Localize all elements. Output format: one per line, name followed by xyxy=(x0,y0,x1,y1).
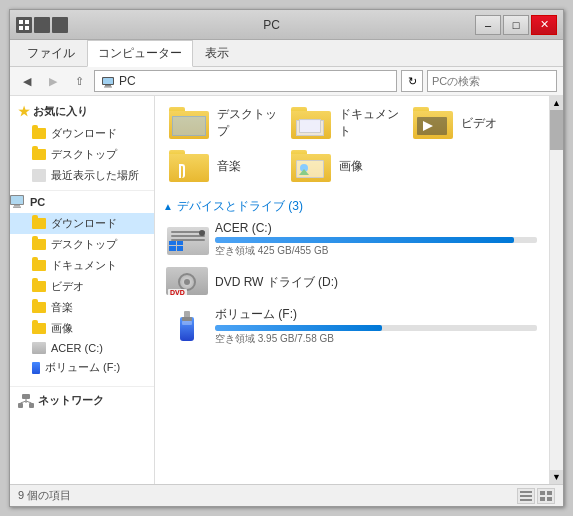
svg-line-18 xyxy=(21,401,27,403)
title-bar: PC – □ ✕ xyxy=(10,10,563,40)
folder-label: ドキュメント xyxy=(339,106,399,140)
sidebar-network-header[interactable]: ネットワーク xyxy=(10,386,154,412)
maximize-button[interactable]: □ xyxy=(503,15,529,35)
volume-space-label: 空き領域 3.95 GB/7.58 GB xyxy=(215,332,537,346)
svg-rect-3 xyxy=(25,26,29,30)
search-box[interactable] xyxy=(427,70,557,92)
sidebar-item-desktop-fav[interactable]: デスクトップ xyxy=(10,144,154,165)
device-item-volume[interactable]: ボリューム (F:) 空き領域 3.95 GB/7.58 GB xyxy=(163,302,541,350)
sidebar-item-pc-documents[interactable]: ドキュメント xyxy=(10,255,154,276)
sidebar-item-label: ダウンロード xyxy=(51,216,117,231)
forward-button[interactable]: ▶ xyxy=(42,70,64,92)
devices-section-label: デバイスとドライブ (3) xyxy=(177,198,303,215)
folder-label: 画像 xyxy=(339,158,363,175)
scrollbar-area: ▲ ▼ xyxy=(549,96,563,484)
svg-rect-16 xyxy=(29,403,34,408)
minimize-button[interactable]: – xyxy=(475,15,501,35)
sidebar-pc-header[interactable]: PC xyxy=(10,190,154,213)
svg-rect-7 xyxy=(103,78,113,84)
usb-volume-icon xyxy=(167,310,207,342)
tab-view[interactable]: 表示 xyxy=(194,40,240,66)
volume-progress-container xyxy=(215,325,537,331)
collapse-arrow[interactable]: ▲ xyxy=(163,201,173,212)
pc-icon xyxy=(10,195,26,209)
sidebar-item-pc-downloads[interactable]: ダウンロード xyxy=(10,213,154,234)
sidebar-item-label: ビデオ xyxy=(51,279,84,294)
sidebar-item-pc-video[interactable]: ビデオ xyxy=(10,276,154,297)
up-button[interactable]: ⇧ xyxy=(68,70,90,92)
folder-item-music[interactable]: 音楽 xyxy=(163,146,283,186)
back-button[interactable]: ◀ xyxy=(16,70,38,92)
big-folder-icon xyxy=(291,150,331,182)
scroll-thumb[interactable] xyxy=(550,110,563,150)
folder-icon xyxy=(32,218,46,229)
folder-item-video[interactable]: ビデオ xyxy=(407,102,527,144)
sidebar-item-pc-acer[interactable]: ACER (C:) xyxy=(10,339,154,357)
dvd-drive-icon: DVD xyxy=(167,266,207,298)
sidebar-item-pc-music[interactable]: 音楽 xyxy=(10,297,154,318)
svg-rect-15 xyxy=(18,403,23,408)
title-bar-icons xyxy=(16,17,68,33)
sidebar-item-pc-desktop[interactable]: デスクトップ xyxy=(10,234,154,255)
svg-rect-0 xyxy=(19,20,23,24)
scroll-down-btn[interactable]: ▼ xyxy=(550,470,563,484)
ribbon: ファイル コンピューター 表示 xyxy=(10,40,563,67)
content-area: デスクトップ ドキュメント xyxy=(155,96,549,484)
address-bar: ◀ ▶ ⇧ PC ↻ xyxy=(10,67,563,96)
folder-icon xyxy=(32,302,46,313)
refresh-button[interactable]: ↻ xyxy=(401,70,423,92)
folder-icon xyxy=(32,281,46,292)
sidebar-item-label: ダウンロード xyxy=(51,126,117,141)
close-button[interactable]: ✕ xyxy=(531,15,557,35)
folder-label: 音楽 xyxy=(217,158,241,175)
svg-rect-25 xyxy=(540,497,545,501)
address-pc-label: PC xyxy=(119,74,136,88)
sidebar-item-pc-volume[interactable]: ボリューム (F:) xyxy=(10,357,154,378)
title-buttons: – □ ✕ xyxy=(475,15,557,35)
tab-computer[interactable]: コンピューター xyxy=(87,40,193,67)
device-item-acer[interactable]: ACER (C:) 空き領域 425 GB/455 GB xyxy=(163,217,541,262)
devices-section-header: ▲ デバイスとドライブ (3) xyxy=(163,194,541,217)
address-path[interactable]: PC xyxy=(94,70,397,92)
recent-icon xyxy=(32,169,46,182)
svg-rect-1 xyxy=(25,20,29,24)
sidebar-item-downloads-fav[interactable]: ダウンロード xyxy=(10,123,154,144)
sidebar-network-label: ネットワーク xyxy=(38,393,104,408)
sidebar-item-label: 最近表示した場所 xyxy=(51,168,139,183)
svg-line-19 xyxy=(26,401,32,403)
big-folder-icon xyxy=(169,150,209,182)
folder-icon xyxy=(32,260,46,271)
sidebar-item-label: デスクトップ xyxy=(51,237,117,252)
big-folder-icon xyxy=(169,107,209,139)
device-volume-name: ボリューム (F:) xyxy=(215,306,537,323)
svg-rect-12 xyxy=(14,205,20,207)
svg-rect-11 xyxy=(11,196,23,204)
svg-rect-22 xyxy=(520,499,532,501)
sidebar-favorites-header[interactable]: ★ お気に入り xyxy=(10,100,154,123)
drive-icon xyxy=(32,342,46,354)
volume-progress-bar xyxy=(215,325,382,331)
svg-rect-26 xyxy=(547,497,552,501)
device-item-dvd[interactable]: DVD DVD RW ドライブ (D:) xyxy=(163,262,541,302)
folder-item-pictures[interactable]: 画像 xyxy=(285,146,405,186)
folder-icon xyxy=(32,323,46,334)
sidebar-item-pc-pictures[interactable]: 画像 xyxy=(10,318,154,339)
search-input[interactable] xyxy=(432,75,570,87)
svg-rect-2 xyxy=(19,26,23,30)
file-explorer-window: PC – □ ✕ ファイル コンピューター 表示 ◀ ▶ ⇧ PC ↻ xyxy=(9,9,564,507)
sidebar-item-label: ボリューム (F:) xyxy=(45,360,120,375)
grid-view-button[interactable] xyxy=(537,488,555,504)
device-volume-info: ボリューム (F:) 空き領域 3.95 GB/7.58 GB xyxy=(215,306,537,346)
acer-progress-container xyxy=(215,237,537,243)
device-dvd-info: DVD RW ドライブ (D:) xyxy=(215,274,537,291)
folder-item-desktop[interactable]: デスクトップ xyxy=(163,102,283,144)
device-acer-info: ACER (C:) 空き領域 425 GB/455 GB xyxy=(215,221,537,258)
sidebar-item-recent[interactable]: 最近表示した場所 xyxy=(10,165,154,186)
app-icon3 xyxy=(52,17,68,33)
tab-file[interactable]: ファイル xyxy=(16,40,86,66)
list-view-button[interactable] xyxy=(517,488,535,504)
folder-item-documents[interactable]: ドキュメント xyxy=(285,102,405,144)
scroll-up-btn[interactable]: ▲ xyxy=(550,96,563,110)
folder-label: ビデオ xyxy=(461,115,497,132)
sidebar-item-label: 音楽 xyxy=(51,300,73,315)
